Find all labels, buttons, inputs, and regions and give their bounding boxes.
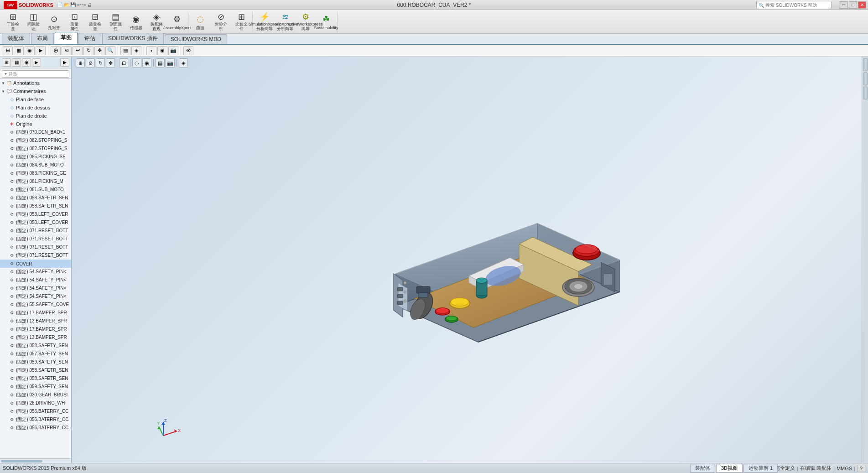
help-button[interactable]: ? <box>857 465 865 472</box>
tab-sw-plugins[interactable]: SOLIDWORKS 插件 <box>102 33 164 44</box>
vp-section-view[interactable]: ▤ <box>156 58 165 68</box>
vp-zoom-fit[interactable]: ⊕ <box>76 58 85 68</box>
tree-item-safety-sen-1[interactable]: ⚙ (固定) 058.SAFETY_SEN <box>0 342 71 350</box>
tab-layout[interactable]: 布局 <box>31 33 54 44</box>
hole-align-button[interactable]: ⊙ 孔对齐 <box>44 12 64 32</box>
tree-item-reset-bott-1[interactable]: ⚙ (固定) 071.RESET_BOTT <box>0 227 71 235</box>
tree-item-safety-pin-4[interactable]: ⚙ (固定) 54.SAFETY_PIN< <box>0 292 71 301</box>
tree-item-driving-wh[interactable]: ⚙ (固定) 28.DRIVING_WH <box>0 399 71 407</box>
display-mgr-tab[interactable]: ▶ <box>32 58 41 67</box>
tree-item-safety-pin-3[interactable]: ⚙ (固定) 54.SAFETY_PIN< <box>0 284 71 292</box>
view-rotate[interactable]: ↻ <box>83 46 94 55</box>
surface-button[interactable]: ◌ 曲面 <box>190 12 210 32</box>
minimize-button[interactable]: ─ <box>840 1 848 9</box>
tree-item-sub-motor[interactable]: ⚙ (固定) 084.SUB_MOTO <box>0 161 71 169</box>
tree-item-battery-1[interactable]: ⚙ (固定) 056.BATERRY_CC <box>0 407 71 416</box>
tree-item-commentaires[interactable]: ▼ 💬 Commentaires <box>0 87 71 95</box>
view-display-mode[interactable]: ◈ <box>131 46 141 55</box>
hide-show-items[interactable]: 👁 <box>183 46 193 55</box>
vp-rotate[interactable]: ↻ <box>96 58 105 68</box>
sustainability-button[interactable]: ☘ Sustainability <box>316 12 336 32</box>
sensors-button[interactable]: ◉ 传感器 <box>126 12 146 32</box>
tree-item-bamper-13-1[interactable]: ⚙ (固定) 13.BAMPER_SPR <box>0 317 71 325</box>
view-section[interactable]: ▤ <box>120 46 130 55</box>
tree-item-left-cover-1[interactable]: ⚙ (固定) 053.LEFT_COVER <box>0 210 71 218</box>
tree-item-safetr-sen-4[interactable]: ⚙ (固定) 058.SAFETR_SEN <box>0 374 71 383</box>
tree-item-safety-pin-2[interactable]: ⚙ (固定) 54.SAFETY_PIN< <box>0 276 71 284</box>
search-box[interactable]: 🔍 <box>756 1 832 9</box>
tree-item-bamper-17-2[interactable]: ⚙ (固定) 17.BAMPER_SPR <box>0 325 71 333</box>
apply-scene[interactable]: • <box>146 46 156 55</box>
property-btn[interactable]: ▦ <box>14 46 24 55</box>
search-input[interactable] <box>765 3 829 8</box>
tree-item-origine[interactable]: ✚ Origine <box>0 120 71 128</box>
vp-display-wireframe[interactable]: ◌ <box>132 58 141 68</box>
display-state-btn[interactable]: ▶ <box>36 46 46 55</box>
tree-item-safety-cove[interactable]: ⚙ (固定) 55.SAFETY_COVE <box>0 301 71 309</box>
symmetry-button[interactable]: ⊘ 对称分析 <box>211 12 231 32</box>
view-pan[interactable]: ✥ <box>94 46 104 55</box>
expand-sidebar-btn[interactable]: ▶ <box>60 58 69 67</box>
tree-item-bamper-17-1[interactable]: ⚙ (固定) 17.BAMPER_SPR <box>0 309 71 317</box>
bottom-tab-motion[interactable]: 运动算例 1 <box>743 464 778 473</box>
view-prev[interactable]: ↩ <box>73 46 83 55</box>
tree-item-bamper-13-2[interactable]: ⚙ (固定) 13.BAMPER_SPR <box>0 333 71 342</box>
config-manager-tab[interactable]: ◉ <box>22 58 31 67</box>
view-camera[interactable]: 📷 <box>168 46 178 55</box>
right-panel-btn-2[interactable] <box>863 73 868 85</box>
tab-evaluate[interactable]: 评估 <box>78 33 101 44</box>
section-properties-button[interactable]: ▤ 剖面属性 <box>105 12 125 32</box>
tree-item-picking-ge[interactable]: ⚙ (固定) 083.PICKING_GE <box>0 169 71 177</box>
design-tree-tab[interactable]: ⊞ <box>2 58 11 67</box>
geometry-check-button[interactable]: ⊟ 质量检查 <box>85 12 105 32</box>
restore-button[interactable]: □ <box>849 1 857 9</box>
tree-item-battery-3[interactable]: ⚙ (固定) 056.BATERRY_CC - <box>0 424 71 432</box>
tree-item-safety-sen-4[interactable]: ⚙ (固定) 059.SAFETY_SEN <box>0 383 71 391</box>
tree-item-sub-moto-2[interactable]: ⚙ (固定) 081.SUB_MOTO <box>0 186 71 194</box>
tree-item-reset-bott-3[interactable]: ⚙ (固定) 071.RESET_BOTT <box>0 243 71 251</box>
tree-item-top-cover[interactable]: ⚙ COVER <box>0 260 71 268</box>
tree-item-picking-m[interactable]: ⚙ (固定) 081.PICKING_M <box>0 177 71 186</box>
right-panel-btn-3[interactable] <box>863 87 868 99</box>
tree-item-plan-droite[interactable]: ◇ Plan de droite <box>0 112 71 120</box>
design-tree-btn[interactable]: ⊞ <box>3 46 13 55</box>
tree-item-stopping-2[interactable]: ⚙ (固定) 082.STOPPING_S <box>0 145 71 153</box>
mass-properties-button[interactable]: ⊡ 质量属性 <box>64 12 84 32</box>
driveworks-button[interactable]: ⚙ DriveWorksXpress向导 <box>296 12 316 32</box>
vp-pan[interactable]: ✥ <box>106 58 115 68</box>
3d-viewport[interactable]: ⊕ ⊘ ↻ ✥ ⊡ ◌ ◉ ▤ 📷 ◈ <box>72 57 868 463</box>
tree-item-plan-face[interactable]: ◇ Plan de face <box>0 95 71 104</box>
tree-item-annotations[interactable]: ▼ 📋 Annotations <box>0 79 71 87</box>
tree-item-picking-se[interactable]: ⚙ (固定) 085.PICKING_SE <box>0 153 71 161</box>
tree-item-reset-bott-4[interactable]: ⚙ (固定) 071.RESET_BOTT <box>0 251 71 260</box>
interference-check-button[interactable]: ⊞ 干涉检查 <box>3 12 23 32</box>
tree-item-stopping-1[interactable]: ⚙ (固定) 082.STOPPING_S <box>0 136 71 145</box>
tree-item-battery-2[interactable]: ⚙ (固定) 056.BATERRY_CC <box>0 416 71 424</box>
vp-orientation[interactable]: ⊡ <box>119 58 128 68</box>
vp-camera[interactable]: 📷 <box>166 58 175 68</box>
vp-display-shaded[interactable]: ◉ <box>142 58 151 68</box>
tree-item-gear-brush[interactable]: ⚙ (固定) 030.GEAR_BRUSI <box>0 391 71 399</box>
tree-item-safetr-1[interactable]: ⚙ (固定) 058.SAFETR_SEN <box>0 194 71 202</box>
tab-assembly[interactable]: 装配体 <box>2 33 30 44</box>
tree-item-reset-bott-2[interactable]: ⚙ (固定) 071.RESET_BOTT <box>0 235 71 243</box>
tree-item-safetr-sen-3[interactable]: ⚙ (固定) 058.SAFETR_SEN <box>0 366 71 374</box>
view-zoom[interactable]: 🔍 <box>105 46 115 55</box>
property-manager-tab[interactable]: ▦ <box>12 58 21 67</box>
tree-item-safety-sen-3[interactable]: ⚙ (固定) 059.SAFETY_SEN <box>0 358 71 366</box>
tab-sketch[interactable]: 草图 <box>55 32 78 44</box>
tree-item-left-cover-2[interactable]: ⚙ (固定) 053.LEFT_COVER <box>0 218 71 227</box>
vp-zoom-area[interactable]: ⊘ <box>86 58 95 68</box>
view-zoom-fit[interactable]: ⊕ <box>51 46 61 55</box>
vp-scene[interactable]: ◈ <box>179 58 188 68</box>
close-button[interactable]: ✕ <box>858 1 866 9</box>
view-lighting[interactable]: ◉ <box>157 46 167 55</box>
tab-sw-mbd[interactable]: SOLIDWORKS MBD <box>165 34 227 44</box>
assemblyx-button[interactable]: ⚙ AssemblyXpert <box>167 12 187 32</box>
tree-item-plan-dessus[interactable]: ◇ Plan de dessus <box>0 104 71 112</box>
tree-item-safety-sen-2[interactable]: ⚙ (固定) 057.SAFETY_SEN <box>0 350 71 358</box>
bottom-tab-assembly[interactable]: 装配体 <box>690 464 715 473</box>
window-controls[interactable]: ─ □ ✕ <box>840 1 866 9</box>
tree-item-den-bao[interactable]: ⚙ (固定) 070.DEN_BAO<1 <box>0 128 71 136</box>
tree-item-safetr-2[interactable]: ⚙ (固定) 058.SAFETR_SEN <box>0 202 71 210</box>
